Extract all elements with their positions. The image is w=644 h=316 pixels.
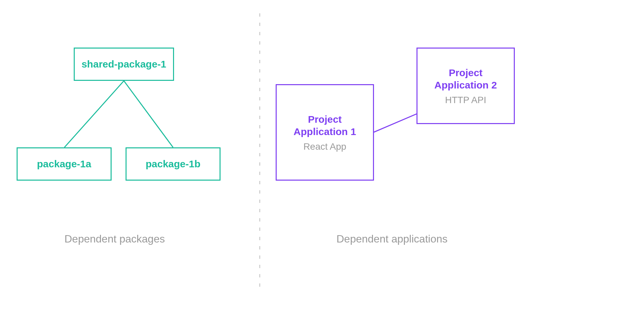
project-app-1-title: Project Application 1	[294, 113, 356, 138]
project-app-1-subtitle: React App	[303, 141, 346, 152]
diagram-container: shared-package-1 package-1a package-1b D…	[0, 0, 644, 316]
connector-parent-to-child-a	[64, 81, 124, 147]
shared-package-box: shared-package-1	[74, 48, 174, 81]
package-1b-box: package-1b	[126, 147, 221, 181]
project-app-2-subtitle: HTTP API	[445, 95, 486, 105]
project-app-1-box: Project Application 1 React App	[276, 84, 374, 181]
left-caption: Dependent packages	[64, 233, 165, 245]
project-app-2-title-line1: Project	[449, 67, 483, 78]
project-app-2-title-line2: Application 2	[434, 79, 497, 90]
right-caption: Dependent applications	[336, 233, 447, 245]
project-app-2-title: Project Application 2	[434, 67, 497, 91]
shared-package-label: shared-package-1	[81, 59, 166, 70]
connector-parent-to-child-b	[124, 81, 173, 147]
package-1b-label: package-1b	[145, 158, 200, 170]
package-1a-label: package-1a	[37, 158, 91, 170]
package-1a-box: package-1a	[17, 147, 112, 181]
project-app-1-title-line1: Project	[308, 114, 342, 125]
project-app-1-title-line2: Application 1	[294, 126, 356, 137]
project-app-2-box: Project Application 2 HTTP API	[416, 48, 515, 124]
